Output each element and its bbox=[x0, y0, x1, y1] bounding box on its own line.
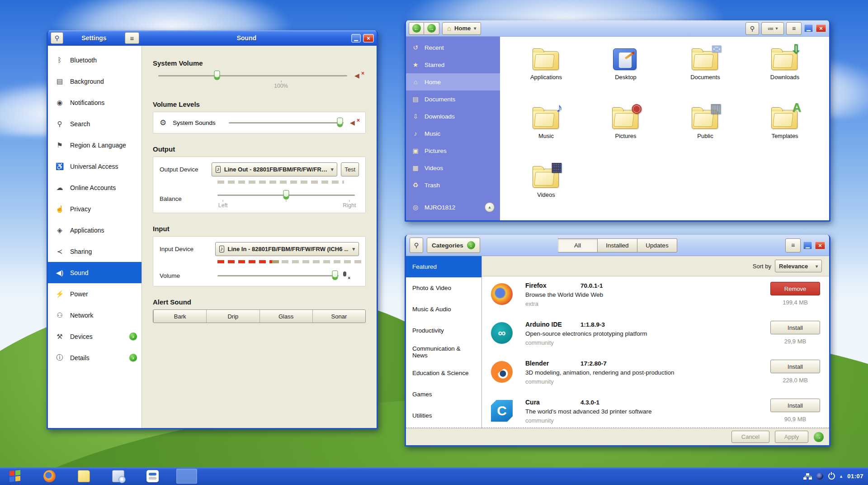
menu-button[interactable]: ≡ bbox=[786, 22, 802, 35]
categories-button[interactable]: Categories ↓ bbox=[427, 238, 480, 253]
search-button[interactable]: ⚲ bbox=[745, 22, 759, 35]
slider-handle[interactable] bbox=[337, 118, 343, 127]
muted-speaker-icon[interactable]: ◀ bbox=[350, 119, 359, 126]
settings-sidebar-item[interactable]: ☝ Privacy › bbox=[48, 198, 142, 219]
volume-tray-icon[interactable] bbox=[816, 473, 823, 480]
alert-sound-button[interactable]: Sonar bbox=[312, 310, 365, 323]
app-row[interactable]: Firefox 70.0.1-1 Browse the World Wide W… bbox=[482, 276, 829, 315]
output-device-dropdown[interactable]: ♪ Line Out - 82801FB/FBM/FR/FW/FR… ▾ bbox=[212, 162, 337, 176]
app-row[interactable]: C Cura 4.3.0-1 The world's most advanced… bbox=[482, 393, 829, 428]
power-tray-icon[interactable] bbox=[828, 473, 835, 480]
category-item[interactable]: Productivity bbox=[406, 320, 481, 341]
location-button[interactable]: ⌂ Home ▾ bbox=[442, 22, 481, 35]
settings-sidebar-item[interactable]: ⚲ Search › bbox=[48, 113, 142, 134]
settings-sidebar-item[interactable]: ⚡ Power › bbox=[48, 283, 142, 304]
category-item[interactable]: Photo & Video bbox=[406, 277, 481, 299]
folder-item[interactable]: Desktop bbox=[586, 45, 665, 104]
tray-expand-icon[interactable]: ▴ bbox=[840, 473, 843, 479]
slider-handle[interactable] bbox=[283, 190, 289, 200]
files-sidebar-item[interactable]: ♻ Trash bbox=[406, 176, 500, 194]
taskbar-launcher[interactable] bbox=[142, 469, 163, 484]
menu-button[interactable]: ≡ bbox=[785, 238, 801, 252]
taskbar-launcher[interactable] bbox=[108, 469, 128, 484]
folder-item[interactable]: ♪ Music bbox=[506, 104, 586, 162]
filter-tab[interactable]: Installed bbox=[598, 238, 637, 252]
eject-button[interactable]: ▲ bbox=[485, 202, 495, 212]
filter-tab[interactable]: Updates bbox=[637, 238, 677, 252]
category-item[interactable]: Communication & News bbox=[406, 341, 481, 362]
input-device-dropdown[interactable]: ♪ Line In - 82801FB/FBM/FR/FW/FRW (ICH6 … bbox=[215, 242, 359, 256]
category-item[interactable]: Featured bbox=[406, 256, 481, 277]
settings-sidebar-item[interactable]: ▤ Background › bbox=[48, 71, 142, 92]
folder-item[interactable]: ▥ Public bbox=[665, 104, 745, 162]
app-row[interactable]: ∞ Arduino IDE 1:1.8.9-3 Open-source elec… bbox=[482, 315, 829, 354]
cancel-button[interactable]: Cancel bbox=[731, 431, 769, 443]
mic-sensitivity-icon[interactable] bbox=[342, 271, 348, 280]
folder-item[interactable]: ⇩ Downloads bbox=[745, 45, 825, 104]
sort-dropdown[interactable]: Relevance ▾ bbox=[775, 260, 822, 272]
settings-sidebar-item[interactable]: ᛒ Bluetooth › bbox=[48, 49, 142, 71]
settings-sidebar-item[interactable]: ☁ Online Accounts › bbox=[48, 177, 142, 198]
settings-sidebar-item[interactable]: ◈ Applications › bbox=[48, 219, 142, 241]
muted-speaker-icon[interactable]: ◀ bbox=[354, 72, 363, 79]
search-button[interactable]: ⚲ bbox=[410, 238, 423, 253]
files-sidebar-device[interactable]: ◎ MJRO1812 ▲ bbox=[406, 199, 500, 216]
files-sidebar-item[interactable]: ⌂ Home bbox=[406, 73, 500, 90]
system-volume-slider[interactable] bbox=[158, 71, 347, 81]
alert-sound-button[interactable]: Glass bbox=[259, 310, 312, 323]
test-button[interactable]: Test bbox=[341, 162, 359, 176]
filter-tab[interactable]: All bbox=[558, 238, 598, 252]
settings-sidebar-item[interactable]: ♿ Universal Access › bbox=[48, 156, 142, 177]
app-action-button[interactable]: Install bbox=[770, 399, 820, 412]
slider-handle[interactable] bbox=[214, 71, 220, 80]
app-action-button[interactable]: Install bbox=[770, 321, 820, 334]
files-sidebar-item[interactable]: ▣ Pictures bbox=[406, 142, 500, 159]
back-button[interactable]: ← bbox=[409, 22, 424, 35]
alert-sound-button[interactable]: Drip bbox=[206, 310, 259, 323]
settings-app-icon[interactable]: ⚲ bbox=[51, 32, 63, 44]
network-tray-icon[interactable] bbox=[803, 473, 811, 480]
taskbar-launcher[interactable] bbox=[5, 469, 25, 484]
folder-item[interactable]: A Templates bbox=[745, 104, 825, 162]
close-button[interactable]: × bbox=[815, 241, 826, 250]
files-sidebar-item[interactable]: ▦ Videos bbox=[406, 159, 500, 176]
category-item[interactable]: Games bbox=[406, 384, 481, 405]
go-next-icon[interactable]: → bbox=[814, 432, 824, 442]
settings-sidebar-item[interactable]: ⚒ Devices › bbox=[48, 326, 142, 347]
settings-sidebar-item[interactable]: ◉ Notifications › bbox=[48, 92, 142, 113]
close-button[interactable]: × bbox=[363, 34, 374, 43]
minimize-button[interactable]: ▁ bbox=[804, 24, 813, 33]
settings-sidebar-item[interactable]: ◀) Sound › bbox=[48, 262, 142, 283]
files-sidebar-item[interactable]: ⇩ Downloads bbox=[406, 108, 500, 125]
folder-item[interactable]: ◉ Pictures bbox=[586, 104, 665, 162]
alert-sound-button[interactable]: Bark bbox=[153, 310, 206, 323]
taskbar-launcher[interactable] bbox=[176, 469, 197, 484]
minimize-button[interactable]: ▁ bbox=[803, 241, 812, 250]
settings-sidebar-item[interactable]: ⓘ Details › bbox=[48, 347, 142, 368]
files-sidebar-item[interactable]: ★ Starred bbox=[406, 56, 500, 73]
settings-sidebar-item[interactable]: ≺ Sharing › bbox=[48, 241, 142, 262]
files-sidebar-item[interactable]: ▤ Documents bbox=[406, 90, 500, 108]
close-button[interactable]: × bbox=[816, 24, 826, 33]
minimize-button[interactable]: ▁ bbox=[351, 34, 361, 43]
settings-sidebar-item[interactable]: ⚇ Network › bbox=[48, 304, 142, 326]
category-item[interactable]: Music & Audio bbox=[406, 299, 481, 320]
files-sidebar-item[interactable]: ↺ Recent bbox=[406, 39, 500, 56]
app-action-button[interactable]: Install bbox=[770, 360, 820, 373]
view-toggle-button[interactable]: ≔ ▾ bbox=[761, 22, 784, 35]
category-item[interactable]: Utilities bbox=[406, 405, 481, 426]
taskbar-launcher[interactable] bbox=[73, 469, 94, 484]
files-sidebar-item[interactable]: ♪ Music bbox=[406, 125, 500, 142]
folder-item[interactable]: Applications bbox=[506, 45, 586, 104]
system-sounds-slider[interactable] bbox=[229, 118, 344, 128]
app-row[interactable]: Blender 17:2.80-7 3D modeling, animation… bbox=[482, 354, 829, 393]
settings-menu-button[interactable]: ≡ bbox=[125, 32, 139, 44]
taskbar-launcher[interactable] bbox=[39, 469, 60, 484]
settings-titlebar[interactable]: ⚲ Settings ≡ Sound ▁ × bbox=[48, 30, 377, 46]
slider-handle[interactable] bbox=[332, 271, 338, 280]
apply-button[interactable]: Apply bbox=[775, 431, 808, 443]
forward-button[interactable]: → bbox=[424, 22, 439, 35]
input-volume-slider[interactable] bbox=[217, 271, 339, 281]
folder-item[interactable]: ✉ Documents bbox=[665, 45, 745, 104]
app-action-button[interactable]: Remove bbox=[770, 282, 820, 295]
